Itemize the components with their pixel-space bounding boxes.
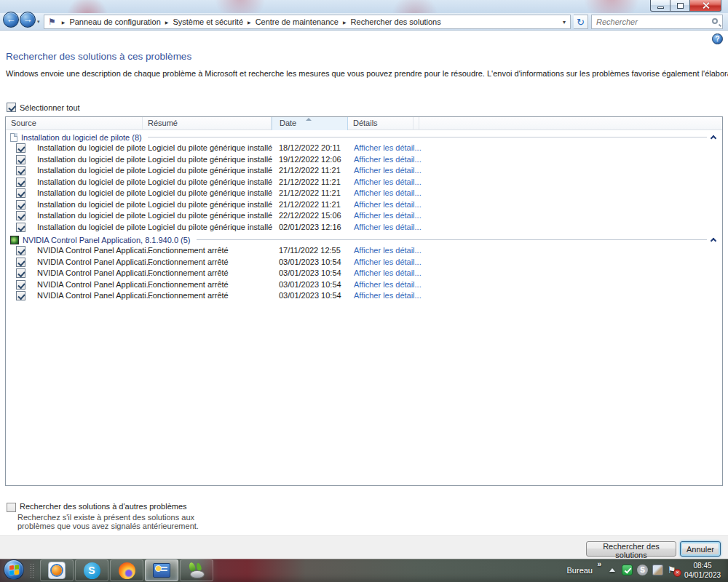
row-details-link[interactable]: Afficher les détail... — [354, 280, 422, 289]
taskbar-button-windows-media-player[interactable] — [40, 559, 74, 581]
taskbar-button-skype[interactable]: S — [75, 559, 108, 581]
show-hidden-icons-button[interactable] — [609, 568, 615, 572]
collapse-chevron-icon[interactable] — [711, 238, 716, 244]
row-checkbox[interactable] — [16, 143, 25, 153]
row-details-link[interactable]: Afficher les détail... — [354, 268, 422, 277]
row-details-link[interactable]: Afficher les détail... — [354, 155, 422, 164]
page-title: Rechercher des solutions à ces problèmes — [6, 51, 191, 62]
recent-pages-dropdown-icon[interactable]: ▾ — [37, 19, 40, 25]
table-row[interactable]: NVIDIA Control Panel Applicati...Fonctio… — [6, 268, 722, 279]
breadcrumb-item[interactable]: Centre de maintenance — [256, 17, 339, 26]
group-divider — [148, 137, 707, 137]
row-checkbox[interactable] — [16, 268, 25, 278]
search-box[interactable] — [591, 15, 723, 29]
row-details-link[interactable]: Afficher les détail... — [354, 246, 422, 255]
start-button[interactable] — [4, 559, 24, 580]
maximize-button[interactable] — [670, 0, 690, 12]
collapse-chevron-icon[interactable] — [711, 135, 716, 141]
row-date: 21/12/2022 11:21 — [279, 178, 341, 186]
column-header-details[interactable]: Détails — [348, 117, 414, 130]
row-checkbox[interactable] — [16, 166, 25, 175]
row-details-link[interactable]: Afficher les détail... — [354, 178, 422, 186]
row-checkbox[interactable] — [16, 188, 25, 198]
forward-button[interactable]: → — [20, 12, 36, 28]
toolbar-overflow-icon[interactable]: » — [597, 560, 601, 568]
row-summary: Logiciel du pilote générique installé — [148, 223, 272, 231]
address-bar[interactable]: ⚑ ▶Panneau de configuration▶Système et s… — [44, 15, 571, 29]
taskbar-clock[interactable]: 08:45 04/01/2023 — [680, 561, 725, 580]
row-date: 18/12/2022 20:11 — [279, 143, 341, 152]
table-row[interactable]: Installation du logiciel de piloteLogici… — [6, 210, 722, 222]
column-header-spacer — [414, 117, 419, 130]
row-date: 22/12/2022 15:06 — [279, 211, 341, 220]
row-details-link[interactable]: Afficher les détail... — [354, 143, 422, 152]
skype-icon: S — [84, 562, 100, 579]
row-details-link[interactable]: Afficher les détail... — [354, 211, 422, 220]
row-checkbox[interactable] — [16, 246, 25, 255]
select-all-checkbox[interactable] — [7, 103, 16, 112]
sort-ascending-icon — [306, 118, 312, 121]
row-details-link[interactable]: Afficher les détail... — [354, 200, 422, 209]
help-button[interactable]: ? — [712, 33, 723, 44]
cancel-button[interactable]: Annuler — [680, 541, 721, 557]
row-date: 21/12/2022 11:21 — [279, 188, 341, 197]
row-checkbox[interactable] — [16, 280, 25, 290]
table-row[interactable]: Installation du logiciel de piloteLogici… — [6, 154, 722, 166]
column-header-summary[interactable]: Résumé — [143, 117, 272, 130]
breadcrumb-item[interactable]: Rechercher des solutions — [351, 17, 441, 26]
other-problems-checkbox[interactable] — [7, 503, 16, 512]
tray-app-icon[interactable] — [652, 565, 663, 575]
tray-action-center-flag-icon[interactable]: ⚑ — [668, 565, 678, 575]
row-date: 17/11/2022 12:55 — [279, 246, 341, 255]
row-details-link[interactable]: Afficher les détail... — [354, 188, 422, 197]
taskbar-button-green-utility[interactable] — [180, 559, 213, 581]
row-checkbox[interactable] — [16, 258, 25, 267]
table-row[interactable]: NVIDIA Control Panel Applicati...Fonctio… — [6, 290, 722, 302]
tray-skype-icon[interactable]: S — [637, 565, 648, 575]
taskbar-button-control-panel-window[interactable] — [145, 559, 178, 581]
row-checkbox[interactable] — [16, 211, 25, 220]
breadcrumb-item[interactable]: Système et sécurité — [173, 17, 243, 26]
windows-logo-icon — [9, 565, 19, 575]
tray-green-check-icon[interactable] — [622, 565, 633, 575]
row-summary: Fonctionnement arrêté — [148, 280, 229, 289]
table-row[interactable]: Installation du logiciel de piloteLogici… — [6, 199, 722, 211]
minimize-button[interactable] — [650, 0, 670, 12]
close-button[interactable] — [690, 0, 721, 12]
group-divider — [197, 239, 707, 240]
row-checkbox[interactable] — [16, 291, 25, 300]
table-row[interactable]: Installation du logiciel de piloteLogici… — [6, 143, 722, 154]
table-row[interactable]: Installation du logiciel de piloteLogici… — [6, 222, 722, 234]
table-row[interactable]: NVIDIA Control Panel Applicati...Fonctio… — [6, 245, 722, 257]
search-input[interactable] — [592, 15, 705, 28]
address-dropdown-icon[interactable]: ▾ — [563, 19, 566, 25]
row-details-link[interactable]: Afficher les détail... — [354, 166, 422, 175]
row-details-link[interactable]: Afficher les détail... — [354, 223, 422, 231]
row-source: NVIDIA Control Panel Applicati... — [37, 291, 153, 300]
row-checkbox[interactable] — [16, 200, 25, 210]
column-header-source[interactable]: Source — [6, 117, 143, 130]
row-date: 21/12/2022 11:21 — [279, 166, 341, 175]
taskbar-button-firefox[interactable] — [110, 559, 143, 581]
row-summary: Logiciel du pilote générique installé — [148, 143, 272, 152]
navigation-toolbar: ← → ▾ ⚑ ▶Panneau de configuration▶Systèm… — [0, 13, 728, 31]
row-checkbox[interactable] — [16, 155, 25, 164]
row-details-link[interactable]: Afficher les détail... — [354, 291, 422, 300]
table-row[interactable]: Installation du logiciel de piloteLogici… — [6, 188, 722, 199]
refresh-button[interactable]: ↻ — [574, 15, 588, 29]
taskbar-drag-handle[interactable] — [30, 563, 34, 578]
breadcrumb-separator-icon: ▶ — [62, 20, 66, 25]
search-solutions-button[interactable]: Rechercher des solutions — [586, 541, 676, 557]
table-row[interactable]: NVIDIA Control Panel Applicati...Fonctio… — [6, 257, 722, 268]
row-checkbox[interactable] — [16, 223, 25, 232]
back-button[interactable]: ← — [3, 12, 19, 28]
row-details-link[interactable]: Afficher les détail... — [354, 258, 422, 266]
desktop-toolbar-label[interactable]: Bureau — [567, 566, 593, 575]
row-checkbox[interactable] — [16, 178, 25, 187]
table-row[interactable]: NVIDIA Control Panel Applicati...Fonctio… — [6, 279, 722, 291]
row-date: 03/01/2023 10:54 — [279, 291, 341, 300]
table-row[interactable]: Installation du logiciel de piloteLogici… — [6, 177, 722, 188]
row-date: 21/12/2022 11:21 — [279, 200, 341, 209]
table-row[interactable]: Installation du logiciel de piloteLogici… — [6, 165, 722, 177]
breadcrumb-item[interactable]: Panneau de configuration — [69, 17, 160, 26]
